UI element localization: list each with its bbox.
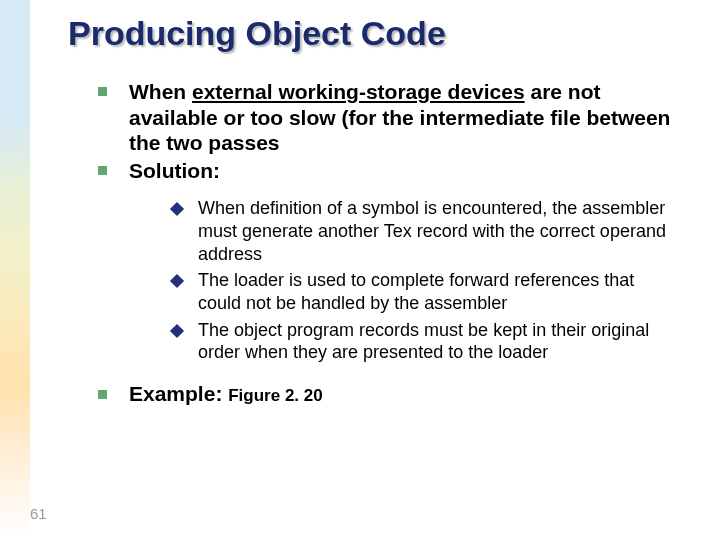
bullet-item-2: Solution: (68, 158, 680, 184)
slide-content: Producing Object Code When external work… (0, 0, 720, 540)
bullet-item-3: Example: Figure 2. 20 (68, 382, 680, 406)
example-ref: Figure 2. 20 (228, 386, 322, 405)
bullet-1-pre: When (129, 80, 192, 103)
bullet-1-text: When external working-storage devices ar… (129, 79, 680, 156)
sub-bullet-1: When definition of a symbol is encounter… (172, 197, 680, 265)
diamond-bullet-icon (170, 324, 184, 338)
sub-bullet-group: When definition of a symbol is encounter… (68, 185, 680, 382)
bullet-item-1: When external working-storage devices ar… (68, 79, 680, 156)
page-number: 61 (30, 505, 47, 522)
example-label: Example: (129, 382, 228, 405)
sub-bullet-1-text: When definition of a symbol is encounter… (198, 197, 680, 265)
bullet-2-text: Solution: (129, 158, 220, 184)
sub-bullet-2-text: The loader is used to complete forward r… (198, 269, 680, 314)
diamond-bullet-icon (170, 202, 184, 216)
diamond-bullet-icon (170, 274, 184, 288)
square-bullet-icon (98, 87, 107, 96)
sub-bullet-2: The loader is used to complete forward r… (172, 269, 680, 314)
bullet-1-underlined: external working-storage devices (192, 80, 525, 103)
sub-bullet-3: The object program records must be kept … (172, 319, 680, 364)
bullet-3-text: Example: Figure 2. 20 (129, 382, 323, 406)
square-bullet-icon (98, 166, 107, 175)
square-bullet-icon (98, 390, 107, 399)
slide-title: Producing Object Code (68, 14, 680, 53)
sub-bullet-3-text: The object program records must be kept … (198, 319, 680, 364)
